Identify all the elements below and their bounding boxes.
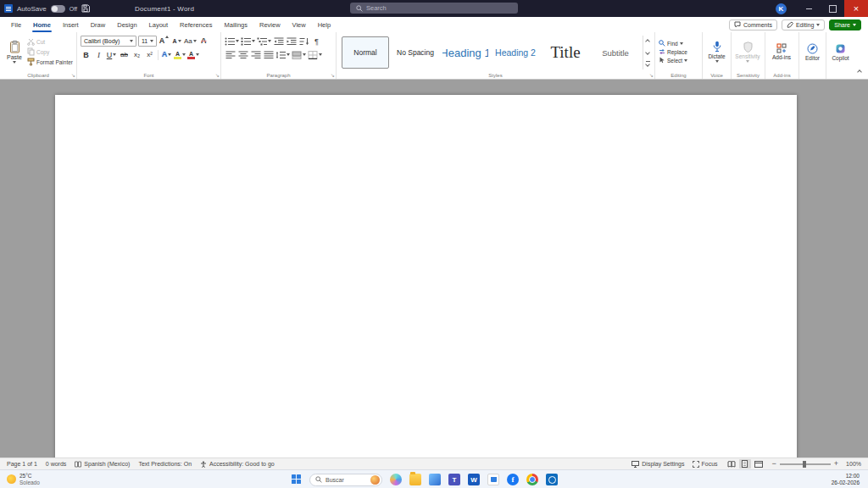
subscript-button[interactable]: x₂	[131, 49, 142, 60]
tab-mailings[interactable]: Mailings	[218, 17, 253, 32]
clear-formatting-button[interactable]: A	[198, 36, 209, 47]
strikethrough-button[interactable]: ab	[119, 49, 130, 60]
taskbar-icon-file-explorer[interactable]	[409, 474, 421, 485]
taskbar-icon-photos[interactable]	[429, 474, 441, 485]
tab-draw[interactable]: Draw	[85, 17, 112, 32]
change-case-button[interactable]: Aa	[184, 36, 197, 47]
read-mode-view-button[interactable]	[726, 459, 737, 469]
tab-layout[interactable]: Layout	[143, 17, 175, 32]
user-avatar[interactable]: K	[776, 3, 787, 14]
increase-indent-button[interactable]	[286, 36, 297, 47]
style-subtitle[interactable]: Subtitle	[592, 36, 639, 69]
word-count[interactable]: 0 words	[46, 461, 67, 467]
close-button[interactable]	[844, 0, 868, 17]
superscript-button[interactable]: x²	[144, 49, 155, 60]
tab-file[interactable]: File	[5, 17, 27, 32]
collapse-ribbon-button[interactable]	[854, 68, 865, 76]
format-painter-button[interactable]: Format Painter	[27, 58, 73, 67]
justify-button[interactable]	[263, 49, 274, 60]
style-no-spacing[interactable]: No Spacing	[392, 36, 439, 69]
maximize-button[interactable]	[821, 0, 844, 17]
taskbar-icon-teams[interactable]	[448, 474, 460, 485]
align-center-button[interactable]	[237, 49, 248, 60]
font-color-button[interactable]: A	[187, 49, 199, 60]
taskbar-icon-chrome[interactable]	[526, 474, 538, 485]
multilevel-list-button[interactable]	[257, 36, 271, 47]
sort-button[interactable]	[298, 36, 309, 47]
weather-widget[interactable]: 25°C Soleado	[0, 473, 40, 485]
page-indicator[interactable]: Page 1 of 1	[7, 461, 37, 467]
show-hide-marks-button[interactable]: ¶	[311, 36, 322, 47]
zoom-in-button[interactable]: +	[834, 460, 838, 468]
zoom-slider[interactable]	[780, 463, 831, 465]
tab-design[interactable]: Design	[111, 17, 142, 32]
tab-home[interactable]: Home	[27, 17, 57, 32]
bullets-button[interactable]	[225, 36, 239, 47]
taskbar-icon-word[interactable]	[468, 474, 480, 485]
numbering-button[interactable]	[241, 36, 255, 47]
style-heading-1[interactable]: Heading 1	[442, 36, 489, 69]
web-layout-view-button[interactable]	[753, 459, 765, 469]
tab-view[interactable]: View	[287, 17, 312, 32]
line-spacing-button[interactable]	[275, 49, 290, 60]
style-title[interactable]: Title	[542, 36, 589, 69]
borders-button[interactable]	[308, 49, 322, 60]
styles-scroll-up-button[interactable]	[643, 36, 652, 47]
clock-widget[interactable]: 12:00 26-02-2026	[832, 473, 868, 486]
underline-button[interactable]: U	[106, 49, 117, 60]
print-layout-view-button[interactable]	[739, 459, 751, 469]
shrink-font-button[interactable]: A	[171, 36, 182, 47]
language-indicator[interactable]: Spanish (Mexico)	[75, 461, 130, 468]
zoom-slider-knob[interactable]	[803, 461, 806, 468]
dictate-button[interactable]: Dictate	[706, 35, 727, 69]
autosave-toggle[interactable]	[51, 5, 65, 13]
italic-button[interactable]: I	[93, 49, 104, 60]
cut-button[interactable]: Cut	[27, 37, 73, 47]
style-normal[interactable]: Normal	[342, 36, 389, 69]
bold-button[interactable]: B	[81, 49, 92, 60]
start-button[interactable]	[292, 474, 302, 485]
styles-more-button[interactable]	[643, 58, 652, 69]
style-heading-2[interactable]: Heading 2	[492, 36, 539, 69]
copy-button[interactable]: Copy	[27, 47, 73, 57]
taskbar-icon-facebook[interactable]	[507, 474, 519, 485]
select-button[interactable]: Select	[659, 57, 687, 64]
align-left-button[interactable]	[225, 49, 236, 60]
comments-button[interactable]: Comments	[729, 19, 777, 30]
tab-references[interactable]: References	[174, 17, 218, 32]
zoom-percentage[interactable]: 100%	[846, 461, 861, 467]
tab-help[interactable]: Help	[312, 17, 337, 32]
save-icon[interactable]	[81, 4, 90, 13]
styles-scroll-down-button[interactable]	[643, 47, 652, 58]
highlight-color-button[interactable]: A	[174, 49, 186, 60]
share-button[interactable]: Share	[829, 19, 861, 30]
replace-button[interactable]: Replace	[659, 48, 687, 55]
search-box[interactable]: Search	[350, 3, 518, 14]
taskbar-icon-outlook[interactable]	[546, 474, 558, 485]
taskbar-search[interactable]: Buscar	[309, 474, 382, 486]
focus-button[interactable]: Focus	[693, 461, 718, 468]
paste-button[interactable]: Paste	[3, 35, 25, 69]
editor-button[interactable]: Editor	[803, 35, 822, 69]
decrease-indent-button[interactable]	[273, 36, 284, 47]
grow-font-button[interactable]: A	[159, 36, 170, 47]
font-size-select[interactable]: 11	[138, 36, 157, 47]
text-predictions-indicator[interactable]: Text Predictions: On	[138, 461, 192, 467]
tab-review[interactable]: Review	[253, 17, 287, 32]
taskbar-icon-copilot[interactable]	[390, 474, 402, 485]
font-name-select[interactable]: Calibri (Body)	[81, 36, 136, 47]
zoom-out-button[interactable]: −	[772, 460, 776, 468]
minimize-button[interactable]	[797, 0, 821, 17]
document-page[interactable]	[55, 95, 797, 458]
accessibility-indicator[interactable]: Accessibility: Good to go	[200, 461, 275, 468]
taskbar-icon-store[interactable]	[487, 474, 499, 485]
display-settings-button[interactable]: Display Settings	[632, 461, 684, 468]
find-button[interactable]: Find	[659, 40, 687, 47]
tab-insert[interactable]: Insert	[57, 17, 85, 32]
sensitivity-button[interactable]: Sensitivity	[735, 35, 760, 69]
text-effects-button[interactable]: A	[161, 49, 172, 60]
addins-button[interactable]: Add-ins	[769, 35, 794, 69]
align-right-button[interactable]	[250, 49, 261, 60]
copilot-button[interactable]: Copilot	[830, 35, 851, 69]
editing-mode-button[interactable]: Editing	[782, 19, 825, 30]
